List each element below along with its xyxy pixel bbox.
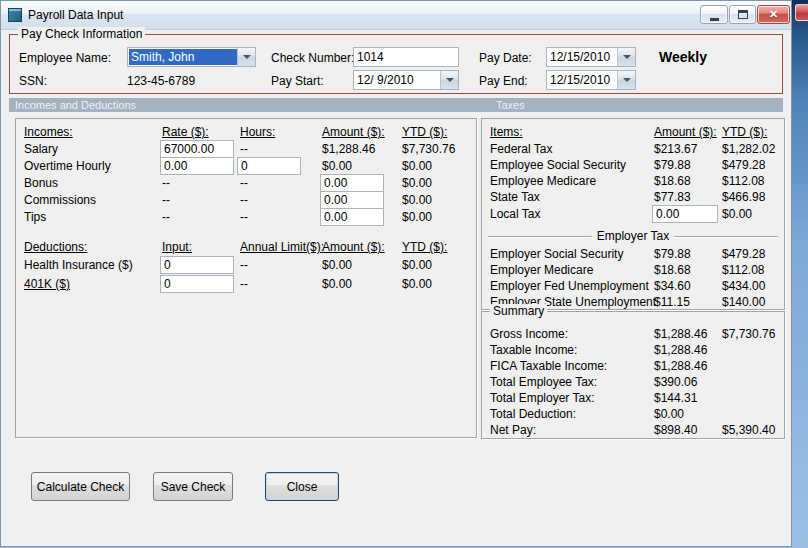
income-ytd: $0.00 (402, 210, 432, 224)
background-window-close-button (795, 4, 808, 21)
tax-amount: $18.68 (654, 174, 691, 188)
save-check-button[interactable]: Save Check (153, 472, 233, 501)
amount-col-header: Amount ($): (654, 125, 717, 139)
income-amount: $0.00 (322, 159, 352, 173)
deduction-row-401k: 401K ($) -- $0.00 $0.00 (16, 276, 476, 293)
pay-frequency-label: Weekly (659, 49, 707, 65)
ytd-col-header: YTD ($): (402, 125, 447, 139)
hours-col-header: Hours: (240, 125, 275, 139)
tax-row-employee-medicare: Employee Medicare $18.68 $112.08 (482, 173, 784, 190)
summary-name: Total Employee Tax: (490, 375, 597, 389)
summary-amount: $0.00 (654, 407, 684, 421)
chevron-down-icon (243, 55, 251, 59)
tax-ytd: $479.28 (722, 158, 765, 172)
income-ytd: $0.00 (402, 159, 432, 173)
pay-date-picker[interactable]: 12/15/2010 (546, 47, 636, 67)
income-amount: $1,288.46 (322, 142, 375, 156)
background-window-edge (790, 0, 808, 548)
income-rate: -- (162, 210, 170, 224)
close-check-button[interactable]: Close (265, 472, 339, 501)
tax-name: Federal Tax (490, 142, 552, 156)
overtime-rate-input[interactable] (160, 157, 234, 175)
tax-row-local: Local Tax $0.00 (482, 206, 784, 223)
section-incomes-deductions: Incomes and Deductions (15, 98, 136, 112)
taxes-header-row: Items: Amount ($): YTD ($): (482, 124, 784, 141)
deduction-limit: -- (240, 258, 248, 272)
income-row-salary: Salary -- $1,288.46 $7,730.76 (16, 141, 476, 158)
tax-ytd: $112.08 (722, 263, 765, 277)
summary-row-total-deduction: Total Deduction: $0.00 (482, 406, 784, 423)
summary-row-total-employer-tax: Total Employer Tax: $144.31 (482, 390, 784, 407)
pay-end-value: 12/15/2010 (547, 71, 617, 89)
401k-input[interactable] (160, 275, 234, 293)
tax-row-state: State Tax $77.83 $466.98 (482, 189, 784, 206)
ssn-value: 123-45-6789 (127, 74, 195, 88)
paycheck-info-group-label: Pay Check Information (18, 27, 145, 41)
pay-start-picker[interactable]: 12/ 9/2010 (353, 70, 459, 90)
summary-row-total-employee-tax: Total Employee Tax: $390.06 (482, 374, 784, 391)
overtime-hours-input[interactable] (237, 157, 301, 175)
incomes-deductions-panel: Incomes: Rate ($): Hours: Amount ($): YT… (15, 118, 477, 438)
employee-name-dropdown-button[interactable] (237, 48, 255, 66)
chevron-down-icon (623, 78, 631, 82)
ytd-col-header: YTD ($): (722, 125, 767, 139)
tax-name: Local Tax (490, 207, 540, 221)
income-ytd: $0.00 (402, 176, 432, 190)
tax-row-employer-fed-unemployment: Employer Fed Unemployment $34.60 $434.00 (482, 278, 784, 295)
summary-name: Taxable Income: (490, 343, 577, 357)
section-taxes: Taxes (496, 98, 525, 112)
salary-rate-input[interactable] (160, 140, 234, 158)
tax-ytd: $112.08 (722, 174, 765, 188)
tax-name: State Tax (490, 190, 540, 204)
summary-ytd: $5,390.40 (722, 423, 775, 437)
income-name: Overtime Hourly (24, 159, 111, 173)
summary-amount: $1,288.46 (654, 359, 707, 373)
check-number-label: Check Number: (271, 51, 354, 65)
bonus-amount-input[interactable] (320, 174, 384, 192)
pay-date-dropdown-button[interactable] (617, 48, 635, 66)
income-rate: -- (162, 176, 170, 190)
tax-amount: $79.88 (654, 247, 691, 261)
maximize-button[interactable] (729, 5, 756, 24)
income-row-tips: Tips -- -- $0.00 (16, 209, 476, 226)
tax-name: Employer Medicare (490, 263, 593, 277)
deductions-header-row: Deductions: Input: Annual Limit($): Amou… (16, 239, 476, 256)
minimize-button[interactable] (700, 5, 728, 24)
amount-col-header: Amount ($): (322, 240, 385, 254)
tax-row-employer-medicare: Employer Medicare $18.68 $112.08 (482, 262, 784, 279)
ssn-label: SSN: (19, 74, 47, 88)
incomes-header-row: Incomes: Rate ($): Hours: Amount ($): YT… (16, 124, 476, 141)
deduction-ytd: $0.00 (402, 277, 432, 291)
chevron-down-icon (446, 78, 454, 82)
tax-row-employer-ss: Employer Social Security $79.88 $479.28 (482, 246, 784, 263)
deductions-col-header: Deductions: (24, 240, 87, 254)
deduction-amount: $0.00 (322, 258, 352, 272)
local-tax-input[interactable] (652, 205, 718, 223)
health-insurance-input[interactable] (160, 256, 234, 274)
employee-name-combobox[interactable]: Smith, John (127, 47, 256, 67)
deduction-401k-link[interactable]: 401K ($) (24, 277, 70, 291)
close-button[interactable]: ✕ (757, 5, 790, 24)
calculate-check-button[interactable]: Calculate Check (31, 472, 130, 501)
tax-ytd: $434.00 (722, 279, 765, 293)
income-hours: -- (240, 210, 248, 224)
commissions-amount-input[interactable] (320, 191, 384, 209)
app-icon (8, 8, 22, 22)
summary-name: Total Deduction: (490, 407, 576, 421)
amount-col-header: Amount ($): (322, 125, 385, 139)
pay-end-picker[interactable]: 12/15/2010 (546, 70, 636, 90)
pay-end-dropdown-button[interactable] (617, 71, 635, 89)
income-row-overtime: Overtime Hourly $0.00 $0.00 (16, 158, 476, 175)
income-ytd: $0.00 (402, 193, 432, 207)
check-number-input[interactable] (353, 47, 459, 67)
pay-start-dropdown-button[interactable] (440, 71, 458, 89)
income-hours: -- (240, 193, 248, 207)
income-rate: -- (162, 193, 170, 207)
income-row-bonus: Bonus -- -- $0.00 (16, 175, 476, 192)
tax-ytd: $1,282.02 (722, 142, 775, 156)
section-header-bar: Incomes and Deductions Taxes (9, 98, 783, 112)
income-name: Tips (24, 210, 46, 224)
deduction-amount: $0.00 (322, 277, 352, 291)
tips-amount-input[interactable] (320, 208, 384, 226)
tax-name: Employee Medicare (490, 174, 596, 188)
